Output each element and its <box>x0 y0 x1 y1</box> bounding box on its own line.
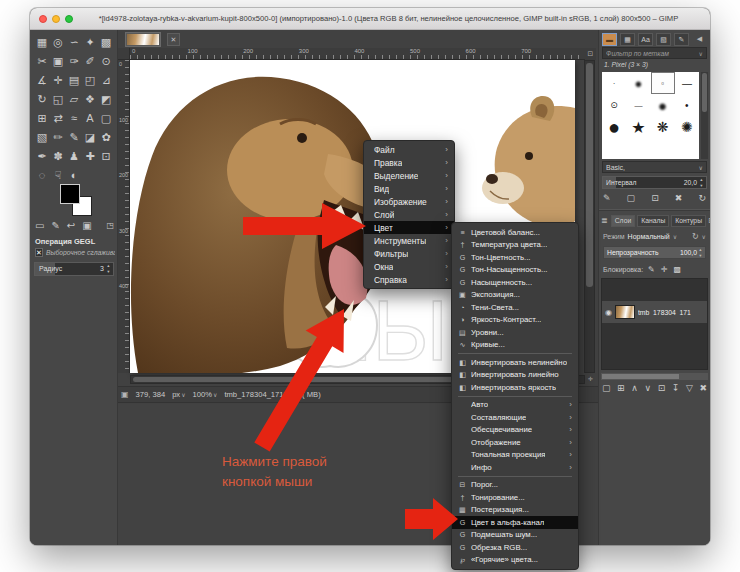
refresh-brushes-icon[interactable]: ↻ <box>698 193 706 203</box>
blur-sharpen-icon[interactable]: ◌ <box>39 170 46 181</box>
submenu-item-Подмешать шум...[interactable]: GПодмешать шум... <box>452 529 578 542</box>
submenu-item-Тон-Насыщенность...[interactable]: GТон-Насыщенность... <box>452 264 578 277</box>
minimize-window-button[interactable] <box>52 15 60 23</box>
horizontal-scrollbar-thumb[interactable] <box>133 377 486 382</box>
opacity-spinner[interactable]: ▴▾ <box>697 247 704 259</box>
submenu-item-Обесцвечивание[interactable]: Обесцвечивание› <box>452 424 578 437</box>
heal-icon[interactable]: ✚ <box>85 151 94 162</box>
lock-alpha-icon[interactable]: ▩ <box>674 265 682 274</box>
perspective-clone-icon[interactable]: ⊡ <box>101 151 110 162</box>
submenu-item-Авто[interactable]: Авто› <box>452 399 578 412</box>
delete-layer-icon[interactable]: ✖ <box>699 383 707 393</box>
menu-item-Цвет[interactable]: Цвет› <box>364 221 454 234</box>
chevron-down-icon[interactable]: ∨ <box>702 233 706 240</box>
brush-tile[interactable]: — <box>626 94 650 116</box>
brushes-tab-icon[interactable]: ▬ <box>602 33 617 46</box>
brush-tile[interactable]: ● <box>651 94 675 116</box>
spacing-slider[interactable]: Интервал 20,0 ▴▾ <box>602 176 707 189</box>
vertical-scrollbar-thumb[interactable] <box>586 63 593 287</box>
brush-grid-scrollbar[interactable] <box>701 72 708 159</box>
brush-tile[interactable]: ▫ <box>651 72 675 94</box>
active-image-icon[interactable]: ▣ <box>82 220 91 231</box>
cage-transform-icon[interactable]: ▢ <box>101 113 111 124</box>
move-icon[interactable]: ✛ <box>53 75 62 86</box>
submenu-item-Тон-Цветность...[interactable]: GТон-Цветность... <box>452 251 578 264</box>
brush-category-dropdown[interactable]: Basic, ∨ <box>602 161 707 173</box>
brush-tile[interactable]: ★ <box>626 116 650 138</box>
flip-icon[interactable]: ⇄ <box>53 113 62 124</box>
layer-name[interactable]: tmb_178304_171 <box>638 309 691 316</box>
layers-scrollbar-thumb[interactable] <box>602 374 679 379</box>
new-brush-icon[interactable]: ▢ <box>627 193 636 203</box>
align-icon[interactable]: ▤ <box>69 75 79 86</box>
menu-item-Выделение[interactable]: Выделение› <box>364 169 454 182</box>
new-layer-icon[interactable]: ▢ <box>602 383 611 393</box>
gradients-tab-icon[interactable]: ▧ <box>656 33 671 46</box>
submenu-item-Яркость-Контраст...[interactable]: ◑Яркость-Контраст... <box>452 314 578 327</box>
brush-tile[interactable]: ● <box>626 72 650 94</box>
brush-tile[interactable]: • <box>675 94 699 116</box>
dodge-burn-icon[interactable]: ◐ <box>71 170 78 181</box>
shear-icon[interactable]: ▱ <box>70 94 78 105</box>
brushes-indicator-icon[interactable]: ▭ <box>35 220 44 231</box>
vertical-scrollbar[interactable] <box>584 60 595 373</box>
close-window-button[interactable] <box>39 15 47 23</box>
ruler-corner-icon[interactable]: ⊡ <box>585 48 596 60</box>
submenu-item-Тени-Света...[interactable]: ◔Тени-Света... <box>452 301 578 314</box>
tool-presets-tab-icon[interactable]: ✎ <box>674 33 689 46</box>
brush-tile[interactable]: ✺ <box>675 116 699 138</box>
merge-down-icon[interactable]: ▽ <box>686 383 693 393</box>
duplicate-brush-icon[interactable]: ⊡ <box>651 193 659 203</box>
submenu-item-Экспозиция...[interactable]: ▣Экспозиция... <box>452 289 578 302</box>
submenu-item-Уровни...[interactable]: ▤Уровни... <box>452 326 578 339</box>
text-icon[interactable]: A <box>86 113 93 124</box>
menu-item-Фильтры[interactable]: Фильтры› <box>364 247 454 260</box>
gradient-icon[interactable]: ▧ <box>37 132 47 143</box>
submenu-item-Обрезка RGB...[interactable]: GОбрезка RGB... <box>452 541 578 554</box>
zoom-window-button[interactable] <box>65 15 73 23</box>
switch-mode-icon[interactable]: ↻ <box>692 232 699 241</box>
submenu-item-Инвертировать нелинейно[interactable]: ◧Инвертировать нелинейно <box>452 356 578 369</box>
toolbox-menu-icon[interactable]: ◳ <box>106 221 114 230</box>
menu-item-Справка[interactable]: Справка› <box>364 273 454 286</box>
submenu-item-Кривые...[interactable]: ∿Кривые... <box>452 339 578 352</box>
measure-icon[interactable]: ∡ <box>37 75 47 86</box>
submenu-item-Инвертировать яркость[interactable]: ◧Инвертировать яркость <box>452 381 578 394</box>
pencil-icon[interactable]: ✏ <box>53 132 62 143</box>
duplicate-layer-icon[interactable]: ⊡ <box>658 383 666 393</box>
color-swatches[interactable] <box>60 184 96 218</box>
new-group-icon[interactable]: ⊞ <box>617 383 625 393</box>
patterns-tab-icon[interactable]: ▦ <box>620 33 635 46</box>
zoom-select[interactable]: 100%∨ <box>193 390 218 399</box>
submenu-item-Температура цвета...[interactable]: †Температура цвета... <box>452 239 578 252</box>
crop-icon[interactable]: ◰ <box>85 75 95 86</box>
edit-brush-icon[interactable]: ✎ <box>603 193 611 203</box>
3d-transform-icon[interactable]: ⊞ <box>37 113 46 124</box>
brush-tile[interactable]: ❋ <box>651 116 675 138</box>
unified-transform-icon[interactable]: ⊿ <box>101 75 110 86</box>
paintbrush-icon[interactable]: ✎ <box>69 132 78 143</box>
dock-menu-icon[interactable]: ◀ <box>692 33 707 46</box>
submenu-item-Инфо[interactable]: Инфо› <box>452 461 578 474</box>
chevron-down-icon[interactable]: ∨ <box>673 233 677 240</box>
lower-layer-icon[interactable]: ∨ <box>644 383 651 393</box>
menu-item-Правка[interactable]: Правка› <box>364 156 454 169</box>
warp-icon[interactable]: ≈ <box>71 113 77 124</box>
image-tab-close-icon[interactable]: ✕ <box>167 33 180 46</box>
layer-visibility-icon[interactable]: ◉ <box>605 308 612 317</box>
submenu-item-Постеризация...[interactable]: ▦Постеризация... <box>452 504 578 517</box>
lock-pixels-icon[interactable]: ✎ <box>648 265 655 274</box>
submenu-item-Цветовой баланс...[interactable]: ≡Цветовой баланс... <box>452 226 578 239</box>
mode-value[interactable]: Нормальный <box>628 233 670 240</box>
radius-slider[interactable]: Радиус 3 ▴▾ <box>34 262 114 276</box>
spacing-spinner[interactable]: ▴▾ <box>698 177 705 189</box>
tab-Контуры[interactable]: Контуры <box>671 215 706 227</box>
fuzzy-select-icon[interactable]: ✦ <box>85 37 94 48</box>
raise-layer-icon[interactable]: ∧ <box>631 383 638 393</box>
menu-item-Изображение[interactable]: Изображение› <box>364 195 454 208</box>
radius-spinner[interactable]: ▴▾ <box>105 263 112 275</box>
menu-item-Вид[interactable]: Вид› <box>364 182 454 195</box>
handle-transform-icon[interactable]: ❖ <box>85 94 95 105</box>
submenu-item-Порог...[interactable]: ⊟Порог... <box>452 479 578 492</box>
paths-icon[interactable]: ✑ <box>69 56 78 67</box>
